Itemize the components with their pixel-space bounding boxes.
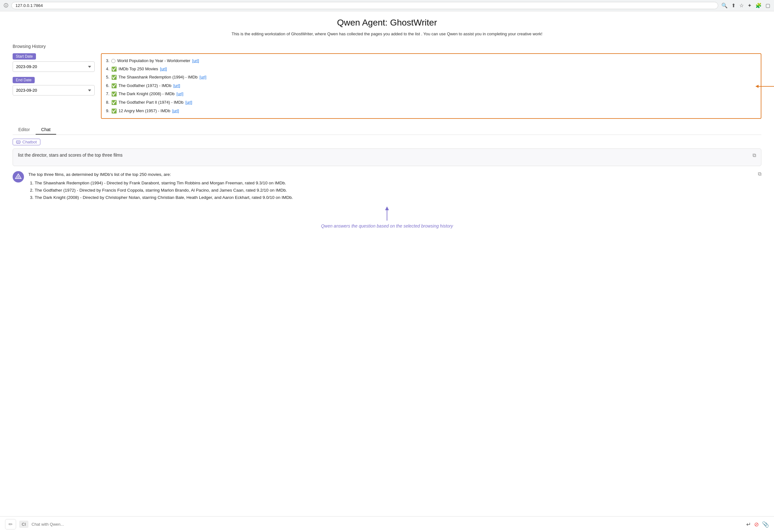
svg-marker-9 [385,206,389,210]
radio-unchecked-icon[interactable] [111,59,115,63]
page-subtitle: This is the editing workstation of Ghost… [13,32,761,36]
page-content: Qwen Agent: GhostWriter This is the edit… [0,11,774,516]
item-url[interactable]: [url] [192,57,199,65]
page-title: Qwen Agent: GhostWriter [13,18,761,28]
extensions-icon[interactable]: ✦ [748,3,752,9]
user-message-text: list the director, stars and scores of t… [18,153,122,158]
answer-annotation-text: Qwen answers the question based on the s… [321,223,453,228]
attach-icon[interactable]: 📎 [762,521,769,528]
start-date-label: Start Date [13,53,36,60]
list-item: The Dark Knight (2008) - Directed by Chr… [35,194,293,201]
item-title: 12 Angry Men (1957) - IMDb [118,107,170,115]
item-url[interactable]: [url] [172,107,179,115]
history-panel-wrapper: 3. World Population by Year - Worldomete… [101,53,761,119]
list-item: 3. World Population by Year - Worldomete… [106,57,756,65]
chat-response: The top three films, as determined by IM… [13,171,761,201]
svg-point-5 [19,142,20,142]
info-icon: ⓘ [4,3,8,9]
chatbot-label: Chatbot [13,139,40,145]
tabs-row: Editor Chat [13,125,761,135]
item-title: IMDb Top 250 Movies [118,65,158,73]
list-item: 5. ✅ The Shawshank Redemption (1994) - I… [106,73,756,82]
list-item: 7. ✅ The Dark Knight (2008) - IMDb [url] [106,90,756,98]
answer-annotation: Qwen answers the question based on the s… [13,206,761,228]
item-index: 4. [106,65,109,73]
search-icon[interactable]: 🔍 [721,3,728,9]
list-item: 6. ✅ The Godfather (1972) - IMDb [url] [106,82,756,90]
url-bar[interactable]: 127.0.0.1:7864 [11,2,718,9]
item-url[interactable]: [url] [173,82,180,90]
check-icon: ✅ [111,98,117,107]
window-icon[interactable]: ▢ [765,3,770,9]
item-index: 6. [106,82,109,90]
bottom-icons: ↵ ⊘ 📎 [746,521,769,528]
item-index: 7. [106,90,109,98]
check-icon: ✅ [111,65,117,73]
history-annotation: Let Qwen see the selected browsing histo… [755,83,774,90]
item-url[interactable]: [url] [200,73,207,81]
pencil-icon: ✏ [9,522,13,527]
response-content: The top three films, as determined by IM… [28,171,293,201]
agent-avatar [13,171,24,182]
history-list: 3. World Population by Year - Worldomete… [101,53,761,119]
user-message-box: list the director, stars and scores of t… [13,148,761,166]
chatbot-section: Chatbot list the director, stars and sco… [13,139,761,228]
tab-editor[interactable]: Editor [13,125,36,135]
chatbot-label-text: Chatbot [22,140,37,144]
url-text: 127.0.0.1:7864 [15,3,43,8]
chat-input-field[interactable] [32,522,743,527]
response-copy-icon[interactable]: ⧉ [758,171,761,177]
svg-point-4 [18,142,19,142]
qwen-logo-icon [15,173,22,180]
pencil-button[interactable]: ✏ [5,519,16,529]
item-index: 3. [106,57,109,65]
item-url[interactable]: [url] [160,65,167,73]
date-panel: Start Date 2023-09-20 End Date 2023-09-2… [13,53,95,119]
main-area: Start Date 2023-09-20 End Date 2023-09-2… [13,53,761,119]
item-title: The Shawshank Redemption (1994) - IMDb [118,73,198,81]
annotation-arrow-up-icon [378,206,396,222]
item-title: The Godfather (1972) - IMDb [118,82,171,90]
item-title: The Dark Knight (2008) - IMDb [118,90,175,98]
list-item: The Godfather (1972) - Directed by Franc… [35,187,293,194]
item-url[interactable]: [url] [185,99,192,107]
list-item: 9. ✅ 12 Angry Men (1957) - IMDb [url] [106,107,756,115]
ci-label: CI [22,522,26,527]
list-item: The Shawshank Redemption (1994) - Direct… [35,180,293,187]
bottom-bar: ✏ CI ↵ ⊘ 📎 [0,516,774,532]
end-date-label: End Date [13,77,35,83]
ci-badge[interactable]: CI [19,521,28,528]
item-index: 9. [106,107,109,115]
puzzle-icon[interactable]: 🧩 [755,3,762,9]
svg-point-3 [17,142,18,142]
star-icon[interactable]: ☆ [739,3,744,9]
svg-marker-1 [755,85,759,88]
list-item: 8. ✅ The Godfather Part II (1974) - IMDb… [106,98,756,107]
check-icon: ✅ [111,107,117,115]
item-url[interactable]: [url] [176,90,183,98]
check-icon: ✅ [111,90,117,98]
tab-chat[interactable]: Chat [36,125,56,135]
chatbot-icon [16,140,20,144]
share-icon[interactable]: ⬆ [731,3,736,9]
response-list: The Shawshank Redemption (1994) - Direct… [35,180,293,201]
item-title: The Godfather Part II (1974) - IMDb [118,99,183,107]
response-intro: The top three films, as determined by IM… [28,171,293,178]
item-index: 5. [106,73,109,81]
check-icon: ✅ [111,82,117,90]
browser-chrome: ⓘ 127.0.0.1:7864 🔍 ⬆ ☆ ✦ 🧩 ▢ [0,0,774,11]
start-date-select[interactable]: 2023-09-20 [13,61,95,72]
copy-icon[interactable]: ⧉ [753,153,756,158]
arrow-left-icon [755,83,774,90]
list-item: 4. ✅ IMDb Top 250 Movies [url] [106,65,756,73]
enter-icon[interactable]: ↵ [746,521,751,528]
browser-icons: 🔍 ⬆ ☆ ✦ 🧩 ▢ [721,3,770,9]
browsing-history-label: Browsing History [13,44,761,49]
check-icon: ✅ [111,73,117,82]
item-index: 8. [106,99,109,107]
stop-icon[interactable]: ⊘ [754,521,759,528]
end-date-select[interactable]: 2023-09-20 [13,85,95,95]
item-title: World Population by Year - Worldometer [117,57,190,65]
